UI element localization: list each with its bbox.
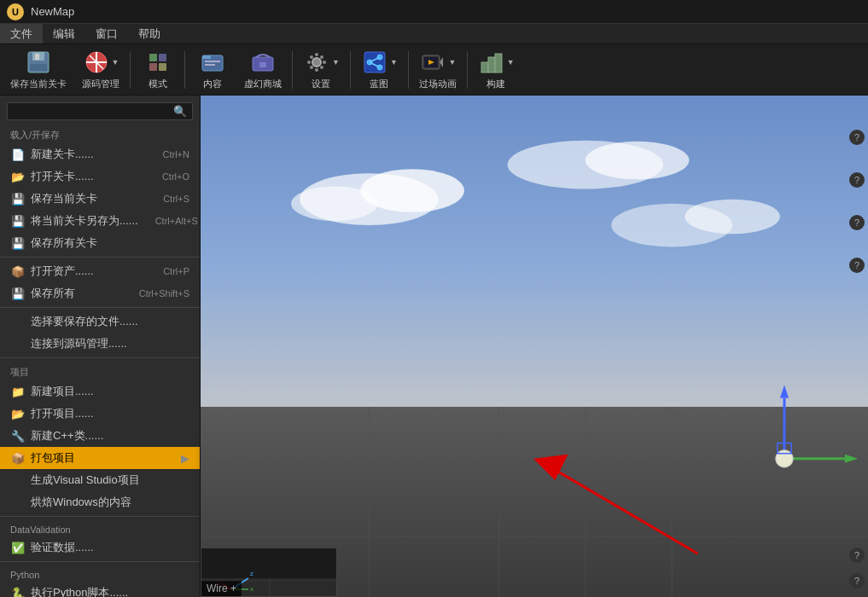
toolbar-content[interactable]: 内容 <box>189 45 236 94</box>
toolbar-blueprint[interactable]: ▼ 蓝图 <box>354 45 405 94</box>
svg-point-25 <box>320 55 323 59</box>
menu-save-all-levels[interactable]: 💾 保存所有关卡 <box>0 232 200 254</box>
source-icon <box>83 49 110 76</box>
cinematics-icon <box>419 49 446 76</box>
menu-new-level[interactable]: 📄 新建关卡...... Ctrl+N <box>0 143 200 165</box>
section-load: 载入/开保存 <box>0 124 200 143</box>
svg-rect-14 <box>205 61 220 62</box>
new-project-icon: 📁 <box>10 384 26 399</box>
help-circle-6[interactable]: ? <box>849 573 865 588</box>
divider-4 <box>0 516 200 517</box>
menu-new-project[interactable]: 📁 新建项目...... <box>0 380 200 403</box>
menu-save-current-label: 保存当前关卡 <box>31 191 97 206</box>
help-circle-3[interactable]: ? <box>849 215 865 230</box>
menu-connect-source-label: 连接到源码管理...... <box>31 336 127 351</box>
toolbar-separator-6 <box>467 51 468 89</box>
svg-point-18 <box>312 58 321 67</box>
viewport-area: ▼ ✓ 透视 ✓ 光照 显示 <box>201 96 868 597</box>
toolbar-separator-5 <box>408 51 409 89</box>
menu-choose-save[interactable]: 选择要保存的文件...... <box>0 310 200 333</box>
toolbar-content-label: 内容 <box>203 78 222 90</box>
menu-help[interactable]: 帮助 <box>128 24 171 43</box>
toolbar-marketplace[interactable]: 虚幻商城 <box>237 45 288 94</box>
menu-save-as[interactable]: 💾 将当前关卡另存为...... Ctrl+Alt+S <box>0 210 200 232</box>
menu-open-project-label: 打开项目...... <box>31 406 94 421</box>
menu-bar: 文件 编辑 窗口 帮助 <box>0 24 868 44</box>
help-circle-2[interactable]: ? <box>849 172 865 188</box>
toolbar-save[interactable]: 保存当前关卡 <box>3 45 73 94</box>
open-asset-shortcut: Ctrl+P <box>146 266 189 276</box>
menu-validate-label: 验证数据...... <box>31 540 94 555</box>
toolbar-cinematics[interactable]: ▼ 过场动画 <box>412 45 463 94</box>
save-as-shortcut: Ctrl+Alt+S <box>138 216 198 226</box>
menu-gen-vs[interactable]: 生成Visual Studio项目 <box>0 469 200 491</box>
svg-rect-3 <box>30 64 47 71</box>
svg-point-21 <box>307 61 311 64</box>
main-layout: 🔍 载入/开保存 📄 新建关卡...... Ctrl+N 📂 打开关卡.....… <box>0 96 868 597</box>
marketplace-icon <box>249 49 277 76</box>
menu-open-level[interactable]: 📂 打开关卡...... Ctrl+O <box>0 165 200 188</box>
section-python: Python <box>0 565 200 582</box>
menu-file[interactable]: 文件 <box>0 24 43 43</box>
menu-cook-windows[interactable]: 烘焙Windows的内容 <box>0 491 200 513</box>
toolbar-source[interactable]: ▼ 源码管理 <box>75 45 126 94</box>
help-circle-5[interactable]: ? <box>849 548 865 563</box>
toolbar-cinematics-label: 过场动画 <box>419 78 457 90</box>
svg-rect-15 <box>205 64 215 66</box>
svg-rect-17 <box>259 62 266 67</box>
build-icon <box>478 49 505 76</box>
menu-validate[interactable]: ✅ 验证数据...... <box>0 536 200 559</box>
package-project-icon: 📦 <box>10 450 26 466</box>
python-script-icon: 🐍 <box>10 585 26 597</box>
menu-new-cpp[interactable]: 🔧 新建C++类...... <box>0 425 200 447</box>
open-asset-icon: 📦 <box>10 264 26 279</box>
menu-choose-save-label: 选择要保存的文件...... <box>31 314 138 329</box>
connect-source-icon <box>10 336 26 351</box>
svg-point-23 <box>310 55 313 59</box>
menu-connect-source[interactable]: 连接到源码管理...... <box>0 333 200 355</box>
toolbar-separator-1 <box>130 51 131 89</box>
search-input[interactable] <box>13 106 173 118</box>
svg-rect-2 <box>35 54 39 60</box>
choose-save-icon <box>10 314 26 329</box>
toolbar-modes[interactable]: 模式 <box>134 45 181 94</box>
divider-3 <box>0 357 200 358</box>
menu-package-project-label: 打包项目 <box>31 450 75 466</box>
svg-point-79 <box>776 450 793 467</box>
menu-python-script[interactable]: 🐍 执行Python脚本...... <box>0 582 200 597</box>
toolbar-modes-label: 模式 <box>149 78 167 90</box>
toolbar-separator-2 <box>184 51 185 89</box>
new-level-shortcut: Ctrl+N <box>146 149 189 159</box>
toolbar-settings[interactable]: ▼ 设置 <box>296 45 347 94</box>
menu-save-current[interactable]: 💾 保存当前关卡 Ctrl+S <box>0 188 200 210</box>
svg-text:x: x <box>250 585 253 593</box>
open-level-shortcut: Ctrl+O <box>145 171 189 182</box>
svg-marker-34 <box>440 57 443 67</box>
menu-new-cpp-label: 新建C++类...... <box>31 428 103 443</box>
menu-window[interactable]: 窗口 <box>85 24 128 43</box>
menu-gen-vs-label: 生成Visual Studio项目 <box>31 472 140 488</box>
menu-open-project[interactable]: 📂 打开项目...... <box>0 403 200 425</box>
svg-rect-13 <box>202 55 211 59</box>
help-circle-4[interactable]: ? <box>849 258 865 273</box>
toolbar-settings-label: 设置 <box>312 78 330 90</box>
save-all-levels-icon: 💾 <box>10 235 26 251</box>
menu-save-all[interactable]: 💾 保存所有 Ctrl+Shift+S <box>0 282 200 304</box>
svg-rect-57 <box>201 96 868 432</box>
svg-rect-8 <box>149 54 157 61</box>
section-project: 项目 <box>0 361 200 380</box>
gen-vs-icon <box>10 472 26 488</box>
menu-save-all-label: 保存所有 <box>31 286 75 301</box>
svg-text:z: z <box>250 570 253 577</box>
help-circle-1[interactable]: ? <box>849 130 865 145</box>
title-bar: U NewMap <box>0 0 868 24</box>
toolbar-build[interactable]: ▼ 构建 <box>471 45 521 94</box>
menu-open-asset[interactable]: 📦 打开资产...... Ctrl+P <box>0 260 200 282</box>
menu-python-script-label: 执行Python脚本...... <box>31 585 128 597</box>
menu-package-project[interactable]: 📦 打包项目 ▶ Android ▶ <box>0 447 200 469</box>
svg-point-22 <box>323 61 326 64</box>
menu-open-level-label: 打开关卡...... <box>31 169 94 184</box>
menu-edit[interactable]: 编辑 <box>43 24 85 43</box>
blueprint-icon <box>361 49 388 76</box>
divider-5 <box>0 561 200 562</box>
